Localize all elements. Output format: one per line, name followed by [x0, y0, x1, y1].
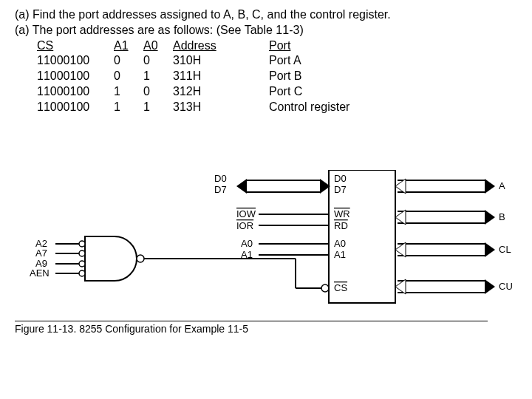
table-row: 1100010001311HPort B: [15, 69, 517, 84]
cell-addr: 310H: [173, 53, 269, 69]
signal-a0: A0: [241, 238, 253, 249]
input-aen: AEN: [30, 267, 50, 279]
svg-point-12: [321, 284, 329, 292]
svg-point-2: [79, 261, 85, 267]
cell-addr: 313H: [173, 100, 269, 115]
circuit-diagram: A2 A7 A9 AEN D0 D7 IOW IOR A0 A1 D0: [15, 170, 517, 340]
cell-a1: 1: [114, 84, 143, 100]
svg-point-1: [79, 250, 85, 256]
cell-port: Port B: [269, 69, 387, 84]
svg-point-3: [79, 270, 85, 276]
pin-a1: A1: [334, 249, 346, 260]
svg-point-4: [137, 255, 144, 262]
pin-a0: A0: [334, 238, 346, 249]
cell-cs: 11000100: [15, 69, 114, 84]
signal-ior: IOR: [236, 220, 253, 231]
hdr-a0: A0: [143, 39, 158, 52]
bus-d0: D0: [214, 173, 227, 184]
input-a7: A7: [35, 248, 47, 259]
bus-d7: D7: [214, 184, 227, 195]
output-b: B: [499, 211, 505, 222]
caption-rest: 8255 Configuration for Example 11-5: [76, 323, 248, 335]
pin-d0: D0: [334, 173, 347, 184]
table-header: CS A1 A0 Address Port: [15, 38, 517, 54]
table-row: 1100010010312HPort C: [15, 84, 517, 100]
cell-a0: 1: [143, 100, 173, 115]
output-a: A: [499, 180, 505, 191]
cell-cs: 11000100: [15, 84, 114, 100]
cell-a0: 1: [143, 69, 173, 84]
table-row: 1100010011313HControl register: [15, 100, 517, 115]
cell-a0: 0: [143, 84, 173, 100]
pin-cs: CS: [334, 282, 347, 293]
table-row: 1100010000310HPort A: [15, 53, 517, 69]
svg-marker-24: [485, 179, 495, 194]
cell-a1: 0: [114, 69, 143, 84]
cell-cs: 11000100: [15, 100, 114, 115]
svg-point-0: [79, 241, 85, 247]
figure-caption: Figure 11-13. 8255 Configuration for Exa…: [15, 321, 488, 335]
cell-a1: 0: [114, 53, 143, 69]
answer-intro: (a) The port addresses are as follows: (…: [15, 23, 517, 38]
cell-a0: 0: [143, 53, 173, 69]
cell-port: Control register: [269, 100, 387, 115]
caption-prefix: Figure 11-13.: [15, 323, 76, 335]
hdr-addr: Address: [173, 39, 216, 52]
cell-a1: 1: [114, 100, 143, 115]
signal-a1: A1: [241, 249, 253, 260]
svg-marker-14: [236, 179, 247, 194]
pin-rd: RD: [334, 220, 348, 231]
pin-d7: D7: [334, 184, 347, 195]
hdr-port: Port: [269, 39, 290, 52]
output-cu: CU: [499, 281, 513, 292]
svg-marker-36: [485, 279, 495, 294]
cell-addr: 311H: [173, 69, 269, 84]
output-cl: CL: [499, 244, 511, 255]
svg-marker-28: [485, 210, 495, 225]
cell-port: Port A: [269, 53, 387, 69]
svg-marker-32: [485, 242, 495, 257]
signal-iow: IOW: [236, 208, 256, 219]
hdr-cs: CS: [37, 39, 53, 52]
cell-cs: 11000100: [15, 53, 114, 69]
pin-wr: WR: [334, 208, 350, 219]
cell-addr: 312H: [173, 84, 269, 100]
hdr-a1: A1: [114, 39, 129, 52]
cell-port: Port C: [269, 84, 387, 100]
question-line: (a) Find the port addresses assigned to …: [15, 7, 517, 23]
